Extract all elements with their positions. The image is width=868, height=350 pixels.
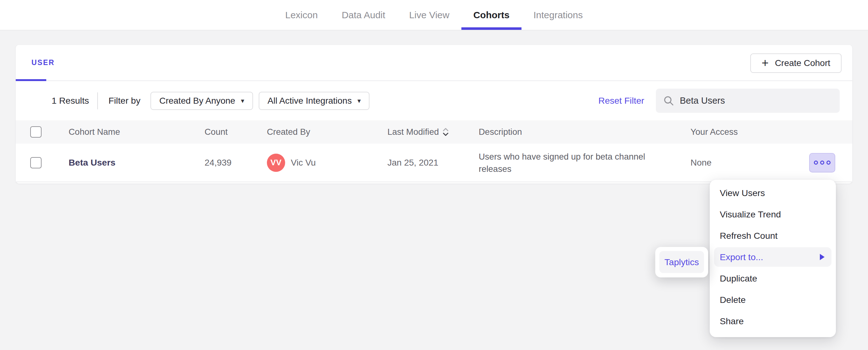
your-access-value: None (690, 158, 790, 168)
avatar: VV (267, 154, 285, 172)
integrations-dropdown[interactable]: All Active Integrations ▾ (259, 92, 370, 110)
col-header-your-access: Your Access (690, 127, 790, 137)
menu-item-delete[interactable]: Delete (710, 289, 836, 310)
menu-item-export-to-label: Export to... (720, 252, 763, 262)
vertical-divider (97, 92, 98, 109)
menu-item-refresh-count[interactable]: Refresh Count (710, 225, 836, 246)
create-cohort-label: Create Cohort (775, 58, 830, 68)
col-header-last-modified-label: Last Modified (388, 127, 439, 137)
tab-data-audit[interactable]: Data Audit (330, 0, 397, 30)
cohort-name-link[interactable]: Beta Users (69, 158, 116, 168)
more-options-icon (814, 161, 831, 165)
col-header-description: Description (479, 127, 690, 137)
last-modified-value: Jan 25, 2021 (388, 158, 479, 168)
tab-label: Data Audit (342, 10, 385, 21)
col-header-last-modified[interactable]: Last Modified (388, 127, 479, 137)
cohort-description: Users who have signed up for beta channe… (479, 150, 668, 175)
tab-live-view[interactable]: Live View (397, 0, 461, 30)
menu-item-duplicate[interactable]: Duplicate (710, 268, 836, 289)
cohort-count: 24,939 (205, 158, 267, 168)
menu-item-view-users[interactable]: View Users (710, 182, 836, 204)
tab-label: Live View (409, 10, 450, 21)
plus-icon: + (762, 57, 769, 69)
tab-cohorts[interactable]: Cohorts (461, 0, 522, 30)
table-row: Beta Users 24,939 VV Vic Vu Jan 25, 2021… (16, 144, 852, 182)
integrations-dropdown-value: All Active Integrations (268, 96, 352, 106)
tab-label: Lexicon (285, 10, 317, 21)
created-by-dropdown[interactable]: Created By Anyone ▾ (150, 92, 253, 110)
cohorts-card: USER + Create Cohort 1 Results Filter by… (16, 45, 852, 183)
col-header-count: Count (205, 127, 267, 137)
submenu-arrow-icon (820, 254, 825, 260)
tab-label: Integrations (533, 10, 583, 21)
chevron-down-icon: ▾ (358, 97, 361, 104)
tab-label: Cohorts (473, 10, 509, 21)
created-by-cell: VV Vic Vu (267, 154, 388, 172)
creator-name: Vic Vu (291, 158, 316, 168)
col-header-cohort-name: Cohort Name (69, 127, 205, 137)
search-box[interactable] (656, 89, 840, 113)
search-icon (663, 96, 674, 106)
card-tab-bar: USER + Create Cohort (16, 45, 852, 81)
row-context-menu: View Users Visualize Trend Refresh Count… (710, 180, 836, 337)
row-checkbox[interactable] (30, 157, 41, 168)
reset-filter-link[interactable]: Reset Filter (598, 96, 644, 106)
created-by-dropdown-value: Created By Anyone (159, 96, 235, 106)
submenu-item-taplytics[interactable]: Taplytics (659, 251, 704, 273)
active-tab-underline (461, 27, 522, 30)
cohorts-table: Cohort Name Count Created By Last Modifi… (16, 120, 852, 182)
search-input[interactable] (680, 96, 832, 106)
menu-item-visualize-trend[interactable]: Visualize Trend (710, 204, 836, 225)
row-actions-button[interactable] (809, 153, 835, 173)
chevron-down-icon: ▾ (241, 97, 244, 104)
sort-icon (442, 127, 449, 137)
tab-user[interactable]: USER (31, 59, 55, 67)
menu-item-share[interactable]: Share (710, 310, 836, 332)
table-header-row: Cohort Name Count Created By Last Modifi… (16, 120, 852, 144)
filter-bar: 1 Results Filter by Created By Anyone ▾ … (16, 81, 852, 120)
create-cohort-button[interactable]: + Create Cohort (750, 54, 842, 73)
results-count: 1 Results (52, 96, 89, 106)
top-nav: Lexicon Data Audit Live View Cohorts Int… (0, 0, 868, 31)
user-tab-underline (16, 79, 46, 81)
tab-lexicon[interactable]: Lexicon (273, 0, 330, 30)
menu-item-export-to[interactable]: Export to... (714, 247, 832, 267)
select-all-checkbox[interactable] (30, 126, 41, 138)
export-submenu: Taplytics (655, 247, 708, 277)
col-header-created-by: Created By (267, 127, 388, 137)
filter-by-label: Filter by (108, 96, 141, 106)
tab-integrations[interactable]: Integrations (522, 0, 595, 30)
